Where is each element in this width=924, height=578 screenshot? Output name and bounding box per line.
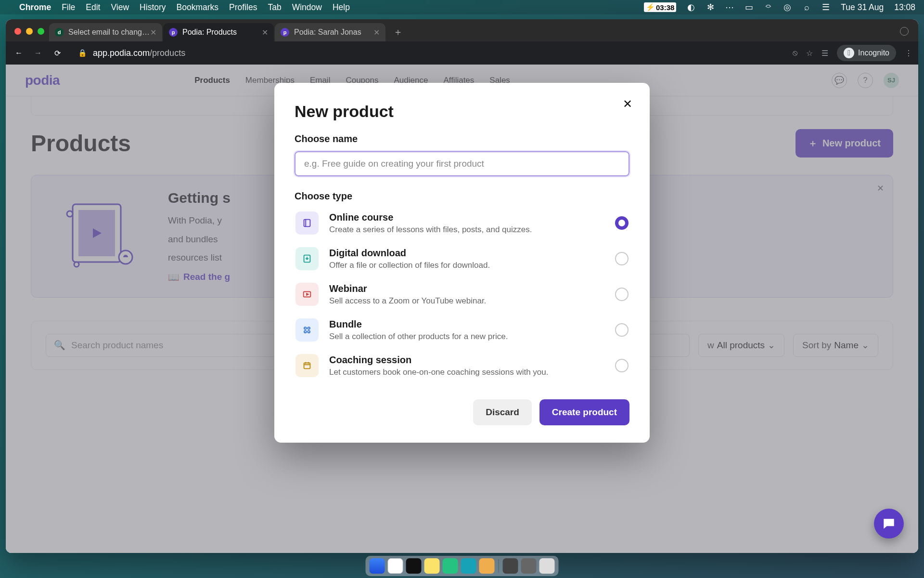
incognito-icon: 𖠂 xyxy=(844,48,854,58)
product-name-input[interactable] xyxy=(295,151,629,176)
radio-unselected[interactable] xyxy=(615,288,629,301)
kebab-menu-icon[interactable]: ⋮ xyxy=(905,49,912,58)
radio-unselected[interactable] xyxy=(615,323,629,337)
type-option-digital-download[interactable]: Digital download Offer a file or collect… xyxy=(295,244,629,273)
battery-icon[interactable]: ▭ xyxy=(744,3,753,12)
tab-close-icon[interactable]: ✕ xyxy=(373,28,380,37)
type-title: Digital download xyxy=(329,248,604,259)
eye-off-icon[interactable]: ⦸ xyxy=(793,49,797,57)
status-icon-2[interactable]: ✻ xyxy=(706,3,715,12)
modal-title: New product xyxy=(295,102,629,121)
type-desc: Create a series of lessons with files, p… xyxy=(329,225,604,235)
address-bar[interactable]: 🔒 app.podia.com/products xyxy=(69,44,788,62)
favicon-icon: p xyxy=(281,28,289,37)
browser-tab-django[interactable]: d Select email to change | Django ✕ xyxy=(49,23,162,41)
battery-remaining-badge[interactable]: ⚡03:38 xyxy=(644,2,676,12)
bundle-icon xyxy=(295,318,319,342)
radio-unselected[interactable] xyxy=(615,359,629,372)
menu-bookmarks[interactable]: Bookmarks xyxy=(177,2,219,13)
url-host: app.podia.com xyxy=(93,48,150,58)
browser-tab-podia-sarah[interactable]: p Podia: Sarah Jonas ✕ xyxy=(275,23,385,41)
intercom-launcher[interactable] xyxy=(874,509,904,539)
modal-close-button[interactable]: ✕ xyxy=(620,96,635,112)
type-desc: Offer a file or collection of files for … xyxy=(329,261,604,270)
type-option-online-course[interactable]: Online course Create a series of lessons… xyxy=(295,209,629,237)
menu-edit[interactable]: Edit xyxy=(86,2,100,13)
chrome-toolbar: ← → ⟳ 🔒 app.podia.com/products ⦸ ☆ ☰ 𖠂 I… xyxy=(6,41,918,65)
status-icon-4[interactable]: ◎ xyxy=(783,3,792,12)
menubar-date[interactable]: Tue 31 Aug xyxy=(841,2,884,13)
new-tab-button[interactable]: ＋ xyxy=(390,24,406,39)
dock-app-chrome[interactable] xyxy=(388,558,403,574)
menu-history[interactable]: History xyxy=(140,2,166,13)
type-option-webinar[interactable]: Webinar Sell access to a Zoom or YouTube… xyxy=(295,280,629,309)
status-icon-3[interactable]: ⋯ xyxy=(725,3,734,12)
tab-close-icon[interactable]: ✕ xyxy=(150,28,156,37)
incognito-badge[interactable]: 𖠂 Incognito xyxy=(837,45,896,61)
reload-button[interactable]: ⟳ xyxy=(50,46,64,60)
spotlight-icon[interactable]: ⌕ xyxy=(802,3,811,12)
type-desc: Sell a collection of other products for … xyxy=(329,332,604,342)
dock-app-6[interactable] xyxy=(479,558,495,574)
menu-help[interactable]: Help xyxy=(333,2,350,13)
download-icon xyxy=(295,247,319,270)
dock-app-8[interactable] xyxy=(521,558,537,574)
course-icon xyxy=(295,211,319,235)
status-icon-1[interactable]: ◐ xyxy=(687,3,695,12)
menu-view[interactable]: View xyxy=(111,2,129,13)
type-title: Online course xyxy=(329,212,604,223)
menu-window[interactable]: Window xyxy=(292,2,322,13)
window-zoom-button[interactable] xyxy=(38,28,44,35)
favicon-icon: p xyxy=(169,28,178,37)
lock-icon: 🔒 xyxy=(78,49,87,57)
menubar-clock[interactable]: 13:08 xyxy=(894,2,915,13)
type-option-bundle[interactable]: Bundle Sell a collection of other produc… xyxy=(295,315,629,344)
dock-app-7[interactable] xyxy=(503,558,518,574)
discard-button[interactable]: Discard xyxy=(473,399,532,425)
tab-title: Select email to change | Django xyxy=(68,28,150,37)
dock-app-notes[interactable] xyxy=(424,558,440,574)
menubar-app-name[interactable]: Chrome xyxy=(19,2,51,13)
menu-file[interactable]: File xyxy=(62,2,75,13)
reading-list-icon[interactable]: ☰ xyxy=(821,49,828,58)
control-center-icon[interactable]: ☰ xyxy=(821,3,830,12)
radio-unselected[interactable] xyxy=(615,252,629,265)
svg-rect-15 xyxy=(304,363,310,369)
wifi-icon[interactable]: ⌔ xyxy=(764,3,772,12)
menu-profiles[interactable]: Profiles xyxy=(229,2,257,13)
type-title: Bundle xyxy=(329,319,604,330)
discard-label: Discard xyxy=(486,407,519,417)
new-product-modal: ✕ New product Choose name Choose type On… xyxy=(274,83,650,443)
dock-app-5[interactable] xyxy=(461,558,476,574)
name-section-label: Choose name xyxy=(295,133,629,144)
type-title: Coaching session xyxy=(329,355,604,366)
star-icon[interactable]: ☆ xyxy=(806,49,813,58)
svg-rect-6 xyxy=(304,220,310,227)
type-option-coaching[interactable]: Coaching session Let customers book one-… xyxy=(295,351,629,380)
tab-title: Podia: Sarah Jonas xyxy=(294,28,361,37)
create-label: Create product xyxy=(552,407,617,417)
dock-app-4[interactable] xyxy=(443,558,458,574)
tabstrip-overflow[interactable] xyxy=(900,27,912,41)
forward-button[interactable]: → xyxy=(31,46,45,60)
svg-point-12 xyxy=(308,327,310,329)
chevron-down-icon xyxy=(900,27,909,36)
dock-trash[interactable] xyxy=(539,558,555,574)
macos-dock xyxy=(366,556,559,576)
type-section-label: Choose type xyxy=(295,191,629,202)
back-button[interactable]: ← xyxy=(12,46,26,60)
radio-selected[interactable] xyxy=(615,216,629,230)
webinar-icon xyxy=(295,283,319,306)
window-close-button[interactable] xyxy=(14,28,21,35)
browser-tab-podia-products[interactable]: p Podia: Products ✕ xyxy=(163,23,274,41)
svg-point-14 xyxy=(308,330,310,333)
tab-close-icon[interactable]: ✕ xyxy=(262,28,268,37)
menu-tab[interactable]: Tab xyxy=(268,2,281,13)
window-minimize-button[interactable] xyxy=(26,28,33,35)
dock-app-finder[interactable] xyxy=(370,558,385,574)
url-path: /products xyxy=(150,48,185,58)
dock-app-terminal[interactable] xyxy=(406,558,422,574)
create-product-button[interactable]: Create product xyxy=(539,399,629,425)
tab-title: Podia: Products xyxy=(182,28,237,37)
svg-point-13 xyxy=(304,330,307,333)
